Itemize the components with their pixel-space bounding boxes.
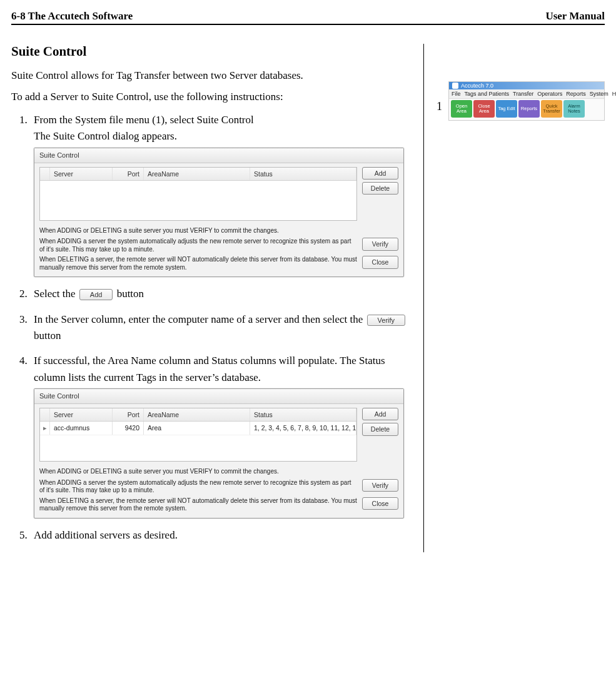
cell-area: Area (144, 422, 250, 434)
page-header: 6-8 The Accutech Software User Manual (11, 10, 605, 25)
step-3-text-b: button (34, 330, 61, 341)
quick-transfer-button[interactable]: Quick Transfer (541, 100, 562, 118)
verify-button[interactable]: Verify (362, 238, 398, 250)
col-header-status: Status (250, 168, 356, 180)
section-title: Suite Control (11, 44, 412, 59)
inline-add-button[interactable]: Add (79, 289, 113, 300)
delete-button-2[interactable]: Delete (362, 423, 398, 435)
close-button-2[interactable]: Close (362, 497, 398, 510)
header-right: User Manual (545, 10, 605, 23)
server-grid[interactable]: Server Port AreaName Status (39, 167, 357, 221)
suite-control-dialog-populated: Suite Control Server Port AreaName Statu… (34, 388, 404, 518)
step-1-line-b: The Suite Control dialog appears. (34, 130, 177, 142)
suite-control-dialog-empty: Suite Control Server Port AreaName Statu… (34, 148, 404, 278)
header-left: 6-8 The Accutech Software (11, 10, 133, 23)
callout-number: 1 (437, 100, 442, 113)
col-header-port: Port (113, 168, 144, 180)
add-button[interactable]: Add (362, 167, 398, 180)
dialog-note-2: When ADDING a server the system automati… (39, 238, 357, 253)
step-5: Add additional servers as desired. (30, 527, 412, 544)
app-titlebar: Accutech 7.0 (449, 82, 604, 89)
col-header-server-2: Server (50, 408, 113, 421)
col-header-server: Server (50, 168, 113, 180)
menu-operators[interactable]: Operators (537, 91, 562, 97)
cell-port: 9420 (113, 422, 144, 434)
cell-status: 1, 2, 3, 4, 5, 6, 7, 8, 9, 10, 11, 12, 1… (250, 422, 356, 434)
col-header-area-2: AreaName (144, 408, 250, 421)
menu-file[interactable]: File (452, 91, 461, 97)
dialog-title: Suite Control (34, 148, 403, 163)
dialog-note-1b: When ADDING or DELETING a suite server y… (39, 467, 398, 477)
main-column: Suite Control Suite Control allows for T… (11, 44, 424, 552)
dialog-note-1: When ADDING or DELETING a suite server y… (39, 226, 398, 236)
instruction-paragraph: To add a Server to Suite Control, use th… (11, 91, 412, 103)
menu-transfer[interactable]: Transfer (513, 91, 533, 97)
intro-paragraph: Suite Control allows for Tag Transfer be… (11, 69, 412, 82)
verify-button-2[interactable]: Verify (362, 479, 398, 492)
dialog-title-2: Suite Control (34, 389, 403, 404)
inline-verify-button[interactable]: Verify (367, 315, 406, 326)
menu-system[interactable]: System (590, 91, 608, 97)
app-menubar-thumbnail: Accutech 7.0 File Tags and Patients Tran… (448, 81, 605, 121)
row-marker-icon: ▸ (40, 422, 50, 434)
tag-edit-button[interactable]: Tag Edit (496, 100, 517, 118)
step-1-line-a: From the System file menu (1), select Su… (34, 114, 254, 126)
step-3: In the Server column, enter the computer… (30, 311, 412, 345)
add-button-2[interactable]: Add (362, 408, 398, 420)
reports-button[interactable]: Reports (518, 100, 540, 118)
step-3-text-a: In the Server column, enter the computer… (34, 313, 366, 325)
col-header-status-2: Status (250, 408, 356, 421)
alarm-notes-button[interactable]: Alarm Notes (563, 100, 585, 118)
dialog-note-2b: When ADDING a server the system automati… (39, 479, 357, 495)
menu-reports[interactable]: Reports (566, 91, 586, 97)
dialog-note-3b: When DELETING a server, the remote serve… (39, 497, 357, 513)
menu-bar[interactable]: File Tags and Patients Transfer Operator… (449, 89, 604, 99)
step-2-text-b: button (117, 288, 144, 300)
dialog-note-3: When DELETING a server, the remote serve… (39, 256, 357, 271)
col-header-area: AreaName (144, 168, 250, 180)
col-header-port-2: Port (113, 408, 144, 421)
app-icon (452, 83, 458, 89)
server-grid-populated[interactable]: Server Port AreaName Status ▸ acc-dumnus… (39, 408, 357, 462)
step-4-text: If successful, the Area Name column and … (34, 355, 385, 383)
open-area-button[interactable]: Open Area (451, 100, 472, 118)
step-2-text-a: Select the (34, 288, 78, 300)
app-title: Accutech 7.0 (461, 83, 493, 89)
close-area-button[interactable]: Close Area (473, 100, 495, 118)
steps-list: From the System file menu (1), select Su… (30, 112, 412, 544)
step-1: From the System file menu (1), select Su… (30, 112, 412, 277)
menu-help[interactable]: Help (612, 91, 616, 97)
toolbar: Open Area Close Area Tag Edit Reports Qu… (449, 99, 604, 120)
step-2: Select the Add button (30, 286, 412, 302)
menu-tags-patients[interactable]: Tags and Patients (465, 91, 510, 97)
step-4: If successful, the Area Name column and … (30, 353, 412, 518)
delete-button[interactable]: Delete (362, 182, 398, 195)
close-button[interactable]: Close (362, 256, 398, 268)
cell-server: acc-dumnus (50, 422, 113, 434)
step-5-text: Add additional servers as desired. (34, 529, 178, 541)
table-row[interactable]: ▸ acc-dumnus 9420 Area 1, 2, 3, 4, 5, 6,… (40, 422, 356, 435)
side-column: 1 Accutech 7.0 File Tags and Patients Tr… (424, 44, 605, 552)
